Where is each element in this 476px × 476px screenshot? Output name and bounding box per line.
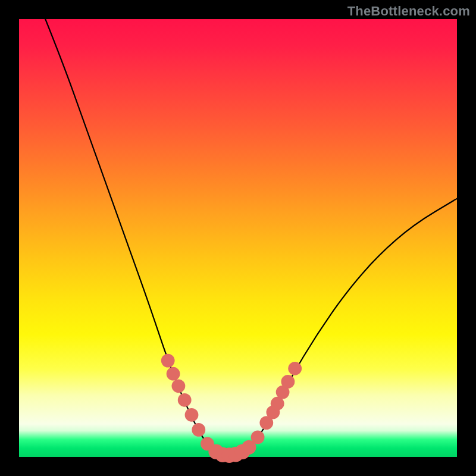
bead-icon [281,375,295,389]
bead-icon [288,362,302,375]
bead-icon [251,431,265,444]
bead-icon [192,423,205,437]
bead-icon [161,354,175,368]
watermark-text: TheBottleneck.com [347,4,470,19]
bead-icon [172,379,186,393]
plot-area [19,19,457,457]
bottleneck-curve [45,19,457,456]
beads-group [161,354,302,463]
chart-frame: TheBottleneck.com [0,0,476,476]
bead-icon [167,367,180,381]
bead-icon [185,408,199,422]
curve-layer [19,19,457,457]
bead-icon [178,393,192,407]
